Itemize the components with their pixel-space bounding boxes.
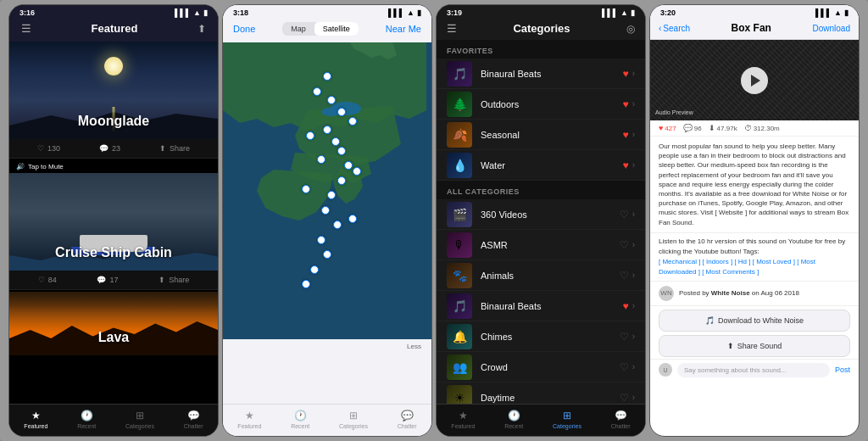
download-to-whitenoise-button[interactable]: 🎵 Download to White Noise	[659, 310, 850, 332]
author-avatar: WN	[659, 286, 674, 301]
cat-binaural-beats-fav[interactable]: 🎵 Binaural Beats ♥ ›	[437, 59, 645, 89]
card-lava: Lava	[9, 292, 218, 355]
map-pin[interactable]	[310, 265, 319, 274]
nav-categories[interactable]: ⊞ Categories	[125, 410, 154, 429]
s2-nav-categories[interactable]: ⊞ Categories	[339, 410, 368, 429]
map-pin[interactable]	[337, 147, 346, 155]
cat-360[interactable]: 🎬 360 Videos ♡ ›	[437, 199, 645, 230]
beats-label-all: Binaural Beats	[481, 301, 623, 311]
cat-asmr[interactable]: 🎙 ASMR ♡ ›	[437, 230, 645, 260]
crowd-heart[interactable]: ♡	[620, 361, 629, 373]
s3-nav-recent[interactable]: 🕐 Recent	[504, 410, 523, 429]
meta-duration: ⏱ 312.30m	[744, 124, 780, 132]
beats-chevron: ›	[632, 69, 635, 78]
s2-nav-chatter[interactable]: 💬 Chatter	[398, 410, 417, 429]
chimes-heart[interactable]: ♡	[620, 331, 629, 343]
cruise-comment[interactable]: 💬 17	[97, 276, 118, 284]
asmr-heart[interactable]: ♡	[620, 239, 629, 251]
nav-chatter[interactable]: 💬 Chatter	[184, 410, 203, 429]
360-thumb: 🎬	[447, 202, 472, 227]
moonglade-comment[interactable]: 💬 23	[99, 144, 120, 153]
seasonal-heart[interactable]: ♥	[623, 129, 629, 141]
post-button[interactable]: Post	[835, 366, 850, 374]
menu-icon-3[interactable]: ☰	[447, 22, 457, 35]
chat-icon: 💬	[401, 410, 414, 421]
s3-categories-label: Categories	[553, 423, 581, 429]
s3-nav-featured[interactable]: ★ Featured	[451, 410, 475, 429]
share-icon[interactable]: ⬆	[198, 23, 206, 35]
map-pin[interactable]	[327, 96, 336, 104]
cruise-share[interactable]: ⬆ Share	[159, 276, 189, 284]
s2-nav-chatter-label: Chatter	[398, 423, 417, 429]
categories-title: Categories	[513, 22, 570, 35]
cat-seasonal-fav[interactable]: 🍂 Seasonal ♥ ›	[437, 120, 645, 150]
s2-nav-featured[interactable]: ★ Featured	[237, 410, 261, 429]
water-thumb: 💧	[447, 153, 472, 178]
screen3-bottom-nav: ★ Featured 🕐 Recent ⊞ Categories 💬 Chatt…	[437, 404, 645, 436]
download-header-button[interactable]: Download	[813, 24, 850, 33]
near-me-button[interactable]: Near Me	[386, 24, 421, 34]
moonglade-like[interactable]: ♡ 130	[37, 144, 60, 153]
nav-recent[interactable]: 🕐 Recent	[77, 410, 96, 429]
map-pin[interactable]	[327, 191, 336, 199]
meta-downloads: ⬇ 47.97k	[709, 124, 737, 132]
author-name: White Noise	[711, 289, 750, 297]
map-pin[interactable]	[331, 137, 340, 146]
nav-featured[interactable]: ★ Featured	[24, 410, 47, 429]
beats-heart[interactable]: ♥	[623, 68, 629, 80]
map-pin[interactable]	[353, 167, 361, 176]
outdoors-heart[interactable]: ♥	[623, 98, 629, 110]
moonglade-share[interactable]: ⬆ Share	[159, 144, 190, 153]
share-sound-button[interactable]: ⬆ Share Sound	[659, 335, 850, 357]
comment-input[interactable]: Say something about this sound...	[677, 363, 830, 377]
animals-heart[interactable]: ♡	[620, 270, 629, 282]
map-pin[interactable]	[348, 117, 357, 126]
user-icon-3[interactable]: ◎	[626, 23, 635, 35]
share-label: Share	[170, 144, 190, 153]
heart-icon: ♡	[37, 144, 44, 153]
beats-heart-all[interactable]: ♥	[623, 300, 629, 312]
map-pin[interactable]	[317, 236, 326, 244]
map-tab[interactable]: Map	[282, 22, 314, 36]
star-icon-3: ★	[459, 410, 468, 421]
cruise-like[interactable]: ♡ 84	[38, 276, 57, 284]
menu-icon[interactable]: ☰	[21, 22, 31, 35]
map-pin[interactable]	[337, 176, 346, 185]
cat-water-fav[interactable]: 💧 Water ♥ ›	[437, 150, 645, 181]
cat-animals[interactable]: 🐾 Animals ♡ ›	[437, 260, 645, 291]
map-area[interactable]	[223, 42, 431, 339]
map-pin[interactable]	[348, 215, 357, 223]
like-count: 130	[47, 144, 60, 153]
360-heart[interactable]: ♡	[620, 209, 629, 220]
cat-crowd[interactable]: 👥 Crowd ♡ ›	[437, 352, 645, 382]
map-svg	[223, 42, 431, 339]
back-button[interactable]: ‹ Search	[659, 24, 690, 33]
outdoors-chevron: ›	[632, 99, 635, 109]
favorites-header: Favorites	[437, 40, 645, 59]
s3-nav-chatter[interactable]: 💬 Chatter	[611, 410, 631, 429]
map-pin[interactable]	[344, 161, 353, 170]
mute-banner[interactable]: 🔊 Tap to Mute	[9, 160, 218, 173]
daytime-heart[interactable]: ♡	[620, 392, 629, 404]
map-pin[interactable]	[313, 87, 321, 96]
cat-chimes[interactable]: 🔔 Chimes ♡ ›	[437, 321, 645, 352]
nav-chatter-label: Chatter	[184, 423, 203, 429]
moonglade-image: Moonglade	[9, 42, 218, 139]
satellite-tab[interactable]: Satellite	[314, 22, 359, 36]
battery-icon-2: ▮	[417, 8, 421, 17]
categories-content: Favorites 🎵 Binaural Beats ♥ › 🌲 Outdoor…	[437, 40, 645, 437]
water-heart[interactable]: ♥	[623, 159, 629, 171]
360-chevron: ›	[632, 209, 635, 219]
asmr-chevron: ›	[632, 240, 635, 249]
s2-nav-recent[interactable]: 🕐 Recent	[291, 410, 309, 429]
done-button[interactable]: Done	[233, 24, 255, 34]
map-pin[interactable]	[321, 206, 330, 215]
posted-text: Posted by White Noise on Aug 06 2018	[679, 289, 799, 297]
beats-thumb-2: 🎵	[447, 293, 472, 319]
play-button[interactable]	[741, 67, 768, 94]
cat-outdoors-fav[interactable]: 🌲 Outdoors ♥ ›	[437, 89, 645, 120]
map-pin[interactable]	[317, 155, 326, 164]
s3-nav-categories[interactable]: ⊞ Categories	[553, 410, 581, 429]
cat-binaural-all[interactable]: 🎵 Binaural Beats ♥ ›	[437, 291, 645, 321]
grid-icon: ⊞	[349, 410, 358, 421]
